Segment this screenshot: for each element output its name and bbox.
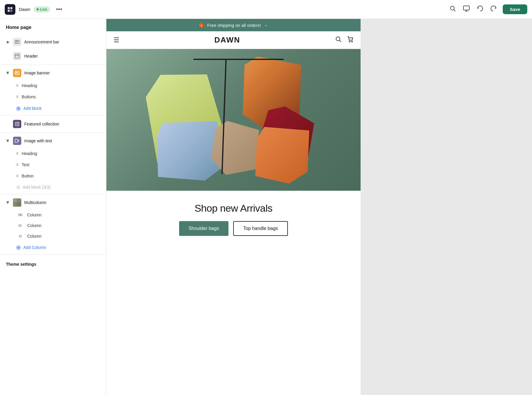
multicolumn-icon (13, 198, 21, 207)
theme-name: Dawn (19, 7, 30, 12)
svg-rect-6 (463, 6, 469, 10)
sidebar-item-column3[interactable]: CI Column (0, 231, 106, 241)
sidebar-item-label-column1: Column (27, 213, 100, 217)
more-options-button[interactable]: ••• (53, 5, 64, 14)
add-block-button[interactable]: ⊕ Add block (0, 102, 106, 114)
column3-icon: CI (16, 234, 24, 238)
sidebar-item-label-text: Text (22, 162, 100, 167)
add-block-disabled: ⊕ Add block (3/3) (0, 182, 106, 193)
sidebar-item-label-column3: Column (27, 234, 100, 239)
announcement-emoji: 🎁 (199, 22, 205, 28)
sidebar-item-label-image-banner: Image banner (24, 71, 100, 75)
app-icon (5, 4, 15, 15)
sidebar-item-button[interactable]: ≡ Button (0, 170, 106, 182)
sidebar-item-featured-collection[interactable]: ▶ Featured collection (0, 117, 106, 131)
store-nav: ☰ DAWN (106, 31, 361, 49)
image-with-text-icon (13, 137, 21, 145)
sidebar-item-heading[interactable]: ≡ Heading (0, 80, 106, 91)
svg-point-27 (352, 41, 353, 42)
redo-button[interactable] (489, 4, 498, 14)
svg-rect-1 (10, 7, 12, 9)
sidebar-item-image-with-text[interactable]: ▶ Image with text (0, 134, 106, 148)
top-bar-left: Dawn Live ••• (5, 4, 64, 15)
add-column-button[interactable]: ⊕ Add Column (0, 241, 106, 253)
sidebar-item-image-banner[interactable]: ▶ Image banner (0, 66, 106, 80)
sidebar-item-announcement-bar[interactable]: ▶ Announcement bar (0, 35, 106, 49)
lines-icon-buttons: ≡ (16, 94, 19, 99)
add-block-disabled-label: Add block (3/3) (23, 185, 51, 190)
svg-rect-9 (15, 40, 19, 43)
theme-settings[interactable]: Theme settings (0, 256, 106, 267)
search-icon-nav[interactable] (335, 36, 342, 44)
chevron-down-icon-2: ▶ (6, 139, 10, 143)
svg-point-26 (349, 41, 350, 42)
sidebar-item-label-header: Header (24, 54, 100, 58)
chevron-down-icon-3: ▶ (6, 200, 10, 205)
undo-button[interactable] (476, 4, 484, 14)
svg-point-24 (336, 37, 340, 41)
divider-1 (0, 64, 106, 65)
image-banner-icon (13, 69, 21, 77)
hero-bags-container (106, 49, 361, 191)
svg-rect-3 (10, 10, 12, 12)
divider-5 (0, 254, 106, 255)
search-button[interactable] (448, 4, 457, 14)
hero-image (106, 49, 361, 191)
divider-4 (0, 194, 106, 194)
collection-section: Shop new Arrivals Shoulder bags Top hand… (106, 191, 361, 242)
sidebar-item-heading2[interactable]: ≡ Heading (0, 148, 106, 159)
add-block-label: Add block (23, 106, 41, 111)
lines-icon-heading: ≡ (16, 83, 19, 88)
collection-heading: Shop new Arrivals (113, 203, 353, 214)
top-bar-right: Save (448, 4, 527, 14)
header-icon (13, 52, 21, 60)
svg-rect-20 (15, 139, 17, 143)
sidebar-item-text[interactable]: ≡ Text (0, 159, 106, 170)
announcement-text: Free shipping on all orders! (207, 23, 261, 28)
main-layout: Home page ▶ Announcement bar ▶ (0, 19, 532, 395)
sidebar: Home page ▶ Announcement bar ▶ (0, 19, 106, 395)
svg-line-25 (340, 40, 341, 42)
divider-3 (0, 132, 106, 133)
sidebar-item-label-button: Button (22, 174, 100, 178)
save-button[interactable]: Save (503, 4, 527, 14)
chevron-right-icon: ▶ (6, 40, 10, 44)
bag-container (133, 52, 334, 188)
store-brand: DAWN (214, 35, 240, 45)
svg-rect-0 (8, 7, 10, 9)
sidebar-item-label-multicolumn: Multicolumn (24, 200, 100, 205)
sidebar-item-label-featured-collection: Featured collection (24, 122, 100, 126)
sidebar-item-buttons[interactable]: ≡ Buttons (0, 91, 106, 102)
featured-collection-icon (13, 120, 21, 128)
bag-orange-bottom (254, 126, 310, 185)
collection-buttons: Shoulder bags Top handle bags (113, 221, 353, 236)
sidebar-item-label-buttons: Buttons (22, 94, 100, 99)
chevron-down-icon: ▶ (6, 71, 10, 75)
column1-icon: FIN (16, 213, 24, 217)
shoulder-bags-button[interactable]: Shoulder bags (179, 221, 228, 236)
sidebar-item-label-announcement: Announcement bar (24, 40, 100, 44)
sidebar-item-column1[interactable]: FIN Column (0, 210, 106, 220)
sidebar-item-label-column2: Column (27, 223, 100, 228)
plus-icon: ⊕ (16, 105, 21, 112)
stand-horizontal (193, 59, 284, 60)
sidebar-item-label-heading: Heading (22, 83, 100, 88)
column2-icon: IG (16, 224, 24, 227)
page-title: Home page (0, 19, 106, 35)
top-handle-bags-button[interactable]: Top handle bags (233, 221, 288, 236)
cart-icon-nav[interactable] (347, 36, 353, 44)
store-nav-icons (335, 36, 353, 44)
sidebar-item-column2[interactable]: IG Column (0, 220, 106, 231)
live-badge: Live (34, 6, 50, 12)
live-dot (37, 8, 39, 10)
desktop-button[interactable] (462, 4, 471, 14)
lines-icon-heading2: ≡ (16, 151, 19, 156)
sidebar-item-header[interactable]: ▶ Header (0, 49, 106, 63)
top-bar: Dawn Live ••• (0, 0, 532, 19)
hamburger-icon[interactable]: ☰ (113, 36, 119, 44)
svg-rect-2 (8, 10, 10, 12)
live-label: Live (40, 7, 47, 12)
svg-rect-12 (15, 54, 19, 58)
sidebar-item-multicolumn[interactable]: ▶ Multicolumn (0, 195, 106, 210)
divider-2 (0, 115, 106, 116)
